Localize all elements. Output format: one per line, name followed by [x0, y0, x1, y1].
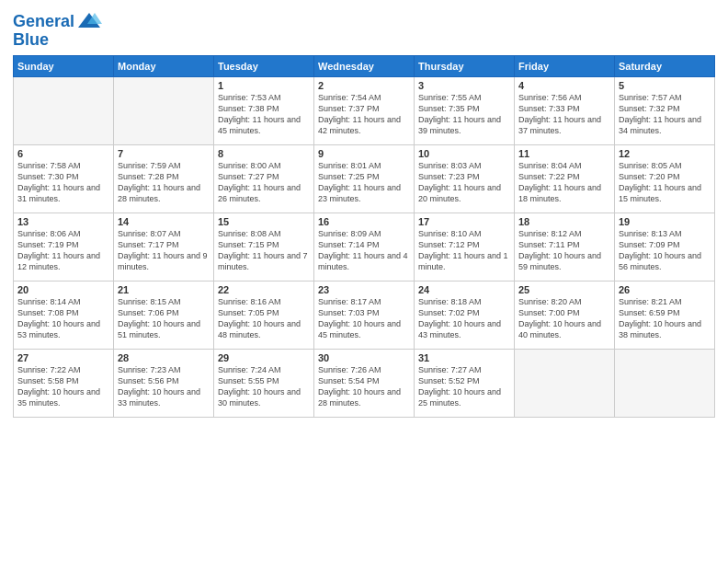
- calendar-cell: 18Sunrise: 8:12 AM Sunset: 7:11 PM Dayli…: [515, 213, 615, 281]
- calendar-cell: 27Sunrise: 7:22 AM Sunset: 5:58 PM Dayli…: [14, 349, 114, 417]
- day-info: Sunrise: 8:07 AM Sunset: 7:17 PM Dayligh…: [118, 228, 210, 273]
- day-info: Sunrise: 8:01 AM Sunset: 7:25 PM Dayligh…: [318, 160, 410, 205]
- calendar-cell: 11Sunrise: 8:04 AM Sunset: 7:22 PM Dayli…: [515, 144, 615, 213]
- day-info: Sunrise: 7:23 AM Sunset: 5:56 PM Dayligh…: [118, 364, 210, 409]
- calendar-cell: 9Sunrise: 8:01 AM Sunset: 7:25 PM Daylig…: [314, 144, 415, 213]
- day-number: 25: [518, 284, 610, 295]
- day-info: Sunrise: 7:22 AM Sunset: 5:58 PM Dayligh…: [17, 364, 109, 409]
- day-info: Sunrise: 8:10 AM Sunset: 7:12 PM Dayligh…: [418, 228, 510, 273]
- logo-icon: [76, 11, 102, 31]
- weekday-header-sunday: Sunday: [14, 55, 114, 76]
- calendar-cell: 2Sunrise: 7:54 AM Sunset: 7:37 PM Daylig…: [314, 76, 415, 144]
- calendar-cell: [14, 76, 114, 144]
- calendar-cell: 31Sunrise: 7:27 AM Sunset: 5:52 PM Dayli…: [415, 349, 515, 417]
- calendar-cell: 17Sunrise: 8:10 AM Sunset: 7:12 PM Dayli…: [415, 213, 515, 281]
- logo-text: General: [13, 13, 74, 31]
- calendar-cell: 16Sunrise: 8:09 AM Sunset: 7:14 PM Dayli…: [314, 213, 415, 281]
- calendar-cell: 1Sunrise: 7:53 AM Sunset: 7:38 PM Daylig…: [214, 76, 314, 144]
- calendar-week-3: 13Sunrise: 8:06 AM Sunset: 7:19 PM Dayli…: [14, 213, 715, 281]
- day-number: 4: [518, 80, 610, 91]
- weekday-header-monday: Monday: [114, 55, 214, 76]
- day-info: Sunrise: 8:20 AM Sunset: 7:00 PM Dayligh…: [518, 296, 610, 341]
- day-info: Sunrise: 8:18 AM Sunset: 7:02 PM Dayligh…: [418, 296, 510, 341]
- day-info: Sunrise: 7:26 AM Sunset: 5:54 PM Dayligh…: [318, 364, 410, 409]
- day-number: 11: [518, 148, 610, 159]
- day-number: 3: [418, 80, 510, 91]
- day-number: 21: [118, 284, 210, 295]
- day-info: Sunrise: 8:12 AM Sunset: 7:11 PM Dayligh…: [518, 228, 610, 273]
- day-info: Sunrise: 7:53 AM Sunset: 7:38 PM Dayligh…: [218, 92, 310, 137]
- day-number: 30: [318, 352, 410, 363]
- calendar-cell: 28Sunrise: 7:23 AM Sunset: 5:56 PM Dayli…: [114, 349, 214, 417]
- day-number: 24: [418, 284, 510, 295]
- day-number: 28: [118, 352, 210, 363]
- day-info: Sunrise: 8:05 AM Sunset: 7:20 PM Dayligh…: [619, 160, 711, 205]
- calendar-cell: 26Sunrise: 8:21 AM Sunset: 6:59 PM Dayli…: [615, 281, 715, 349]
- day-info: Sunrise: 8:09 AM Sunset: 7:14 PM Dayligh…: [318, 228, 410, 273]
- calendar-cell: 5Sunrise: 7:57 AM Sunset: 7:32 PM Daylig…: [615, 76, 715, 144]
- logo-blue: Blue: [13, 31, 102, 50]
- calendar-cell: 13Sunrise: 8:06 AM Sunset: 7:19 PM Dayli…: [14, 213, 114, 281]
- day-number: 8: [218, 148, 310, 159]
- header: General Blue: [13, 9, 715, 50]
- calendar-cell: 21Sunrise: 8:15 AM Sunset: 7:06 PM Dayli…: [114, 281, 214, 349]
- calendar-cell: 14Sunrise: 8:07 AM Sunset: 7:17 PM Dayli…: [114, 213, 214, 281]
- day-info: Sunrise: 7:58 AM Sunset: 7:30 PM Dayligh…: [17, 160, 109, 205]
- day-info: Sunrise: 8:00 AM Sunset: 7:27 PM Dayligh…: [218, 160, 310, 205]
- calendar-cell: [615, 349, 715, 417]
- calendar-cell: 7Sunrise: 7:59 AM Sunset: 7:28 PM Daylig…: [114, 144, 214, 213]
- calendar-week-5: 27Sunrise: 7:22 AM Sunset: 5:58 PM Dayli…: [14, 349, 715, 417]
- day-info: Sunrise: 7:24 AM Sunset: 5:55 PM Dayligh…: [218, 364, 310, 409]
- day-info: Sunrise: 7:59 AM Sunset: 7:28 PM Dayligh…: [118, 160, 210, 205]
- day-info: Sunrise: 8:08 AM Sunset: 7:15 PM Dayligh…: [218, 228, 310, 273]
- weekday-header-row: SundayMondayTuesdayWednesdayThursdayFrid…: [14, 55, 715, 76]
- calendar-cell: 6Sunrise: 7:58 AM Sunset: 7:30 PM Daylig…: [14, 144, 114, 213]
- weekday-header-tuesday: Tuesday: [214, 55, 314, 76]
- day-info: Sunrise: 7:55 AM Sunset: 7:35 PM Dayligh…: [418, 92, 510, 137]
- day-info: Sunrise: 8:14 AM Sunset: 7:08 PM Dayligh…: [17, 296, 109, 341]
- day-number: 2: [318, 80, 410, 91]
- day-number: 19: [619, 216, 711, 227]
- calendar-cell: 10Sunrise: 8:03 AM Sunset: 7:23 PM Dayli…: [415, 144, 515, 213]
- calendar-cell: 23Sunrise: 8:17 AM Sunset: 7:03 PM Dayli…: [314, 281, 415, 349]
- calendar-cell: 12Sunrise: 8:05 AM Sunset: 7:20 PM Dayli…: [615, 144, 715, 213]
- day-info: Sunrise: 8:17 AM Sunset: 7:03 PM Dayligh…: [318, 296, 410, 341]
- weekday-header-thursday: Thursday: [415, 55, 515, 76]
- day-number: 15: [218, 216, 310, 227]
- day-number: 9: [318, 148, 410, 159]
- day-info: Sunrise: 8:21 AM Sunset: 6:59 PM Dayligh…: [619, 296, 711, 341]
- day-info: Sunrise: 8:03 AM Sunset: 7:23 PM Dayligh…: [418, 160, 510, 205]
- day-number: 20: [17, 284, 109, 295]
- weekday-header-friday: Friday: [515, 55, 615, 76]
- calendar-cell: 22Sunrise: 8:16 AM Sunset: 7:05 PM Dayli…: [214, 281, 314, 349]
- calendar-cell: 25Sunrise: 8:20 AM Sunset: 7:00 PM Dayli…: [515, 281, 615, 349]
- day-info: Sunrise: 8:06 AM Sunset: 7:19 PM Dayligh…: [17, 228, 109, 273]
- calendar-cell: 29Sunrise: 7:24 AM Sunset: 5:55 PM Dayli…: [214, 349, 314, 417]
- day-number: 1: [218, 80, 310, 91]
- day-number: 18: [518, 216, 610, 227]
- day-number: 5: [619, 80, 711, 91]
- day-number: 12: [619, 148, 711, 159]
- day-number: 16: [318, 216, 410, 227]
- day-info: Sunrise: 7:57 AM Sunset: 7:32 PM Dayligh…: [619, 92, 711, 137]
- weekday-header-wednesday: Wednesday: [314, 55, 415, 76]
- day-number: 13: [17, 216, 109, 227]
- weekday-header-saturday: Saturday: [615, 55, 715, 76]
- calendar-cell: 19Sunrise: 8:13 AM Sunset: 7:09 PM Dayli…: [615, 213, 715, 281]
- day-info: Sunrise: 7:27 AM Sunset: 5:52 PM Dayligh…: [418, 364, 510, 409]
- day-number: 17: [418, 216, 510, 227]
- day-info: Sunrise: 8:04 AM Sunset: 7:22 PM Dayligh…: [518, 160, 610, 205]
- day-info: Sunrise: 7:56 AM Sunset: 7:33 PM Dayligh…: [518, 92, 610, 137]
- day-number: 14: [118, 216, 210, 227]
- calendar-week-2: 6Sunrise: 7:58 AM Sunset: 7:30 PM Daylig…: [14, 144, 715, 213]
- day-number: 27: [17, 352, 109, 363]
- calendar-table: SundayMondayTuesdayWednesdayThursdayFrid…: [13, 55, 715, 418]
- calendar-week-1: 1Sunrise: 7:53 AM Sunset: 7:38 PM Daylig…: [14, 76, 715, 144]
- day-info: Sunrise: 8:16 AM Sunset: 7:05 PM Dayligh…: [218, 296, 310, 341]
- day-number: 10: [418, 148, 510, 159]
- day-number: 23: [318, 284, 410, 295]
- calendar-cell: 4Sunrise: 7:56 AM Sunset: 7:33 PM Daylig…: [515, 76, 615, 144]
- page-container: General Blue SundayMondayTuesdayWednesda…: [0, 0, 728, 427]
- logo: General Blue: [13, 13, 102, 50]
- day-number: 22: [218, 284, 310, 295]
